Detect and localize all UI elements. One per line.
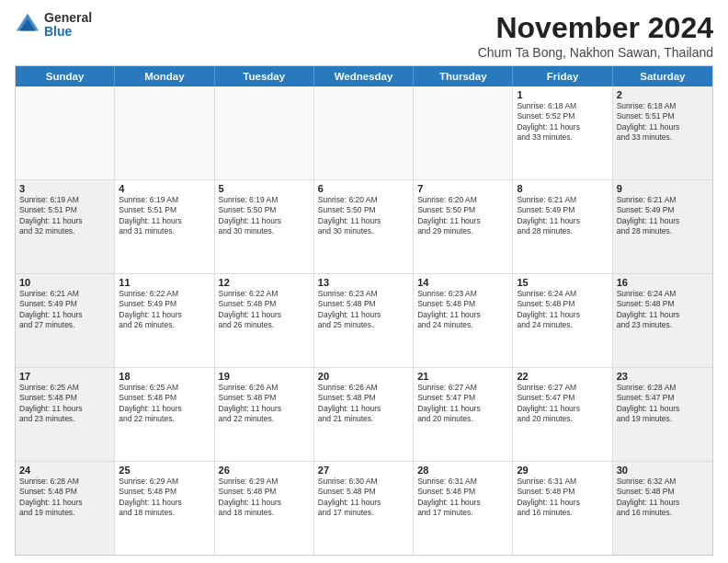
logo-general-label: General [44,11,92,25]
logo-blue-label: Blue [44,25,92,39]
day-number-10: 10 [19,277,110,288]
day-cell-28: 28Sunrise: 6:31 AMSunset: 5:48 PMDayligh… [414,462,513,555]
day-cell-20: 20Sunrise: 6:26 AMSunset: 5:48 PMDayligh… [314,368,414,461]
day-cell-23: 23Sunrise: 6:28 AMSunset: 5:47 PMDayligh… [613,368,712,461]
day-number-3: 3 [19,183,110,194]
day-cell-19: 19Sunrise: 6:26 AMSunset: 5:48 PMDayligh… [215,368,314,461]
logo-icon [15,12,40,38]
day-number-15: 15 [517,277,608,288]
day-info-11: Sunrise: 6:22 AMSunset: 5:49 PMDaylight:… [119,289,210,331]
empty-cell-0-4 [414,86,513,179]
day-number-29: 29 [517,465,608,476]
calendar-row-4: 24Sunrise: 6:28 AMSunset: 5:48 PMDayligh… [16,462,712,555]
day-number-18: 18 [119,371,210,382]
header-day-sunday: Sunday [16,66,115,86]
day-info-29: Sunrise: 6:31 AMSunset: 5:48 PMDaylight:… [517,477,608,519]
day-cell-30: 30Sunrise: 6:32 AMSunset: 5:48 PMDayligh… [613,462,712,555]
day-cell-2: 2Sunrise: 6:18 AMSunset: 5:51 PMDaylight… [613,86,712,179]
day-cell-10: 10Sunrise: 6:21 AMSunset: 5:49 PMDayligh… [16,274,115,367]
day-info-17: Sunrise: 6:25 AMSunset: 5:48 PMDaylight:… [19,383,110,425]
day-number-25: 25 [119,465,210,476]
day-cell-27: 27Sunrise: 6:30 AMSunset: 5:48 PMDayligh… [314,462,414,555]
logo: General Blue [15,11,92,40]
day-cell-22: 22Sunrise: 6:27 AMSunset: 5:47 PMDayligh… [513,368,612,461]
header-day-wednesday: Wednesday [314,66,414,86]
day-cell-3: 3Sunrise: 6:19 AMSunset: 5:51 PMDaylight… [16,180,115,273]
day-info-9: Sunrise: 6:21 AMSunset: 5:49 PMDaylight:… [617,195,709,237]
day-number-9: 9 [617,183,709,194]
title-section: November 2024 Chum Ta Bong, Nakhon Sawan… [478,11,713,60]
day-info-6: Sunrise: 6:20 AMSunset: 5:50 PMDaylight:… [318,195,409,237]
day-number-22: 22 [517,371,608,382]
day-number-11: 11 [119,277,210,288]
day-number-8: 8 [517,183,608,194]
day-number-6: 6 [318,183,409,194]
calendar-body: 1Sunrise: 6:18 AMSunset: 5:52 PMDaylight… [16,86,712,555]
day-info-14: Sunrise: 6:23 AMSunset: 5:48 PMDaylight:… [417,289,508,331]
day-info-10: Sunrise: 6:21 AMSunset: 5:49 PMDaylight:… [19,289,110,331]
day-cell-18: 18Sunrise: 6:25 AMSunset: 5:48 PMDayligh… [115,368,214,461]
day-number-14: 14 [417,277,508,288]
day-cell-16: 16Sunrise: 6:24 AMSunset: 5:48 PMDayligh… [613,274,712,367]
day-info-3: Sunrise: 6:19 AMSunset: 5:51 PMDaylight:… [19,195,110,237]
empty-cell-0-0 [16,86,115,179]
day-number-28: 28 [417,465,508,476]
day-info-20: Sunrise: 6:26 AMSunset: 5:48 PMDaylight:… [318,383,409,425]
header-day-monday: Monday [115,66,214,86]
header-day-saturday: Saturday [613,66,712,86]
calendar-header: SundayMondayTuesdayWednesdayThursdayFrid… [16,66,712,86]
day-cell-8: 8Sunrise: 6:21 AMSunset: 5:49 PMDaylight… [513,180,612,273]
day-number-1: 1 [517,89,608,100]
day-cell-13: 13Sunrise: 6:23 AMSunset: 5:48 PMDayligh… [314,274,414,367]
calendar-row-3: 17Sunrise: 6:25 AMSunset: 5:48 PMDayligh… [16,368,712,462]
day-info-15: Sunrise: 6:24 AMSunset: 5:48 PMDaylight:… [517,289,608,331]
day-cell-5: 5Sunrise: 6:19 AMSunset: 5:50 PMDaylight… [215,180,314,273]
empty-cell-0-1 [115,86,214,179]
day-info-28: Sunrise: 6:31 AMSunset: 5:48 PMDaylight:… [417,477,508,519]
day-info-18: Sunrise: 6:25 AMSunset: 5:48 PMDaylight:… [119,383,210,425]
day-number-30: 30 [617,465,709,476]
day-number-23: 23 [617,371,709,382]
day-info-1: Sunrise: 6:18 AMSunset: 5:52 PMDaylight:… [517,101,608,144]
day-number-26: 26 [219,465,310,476]
day-info-5: Sunrise: 6:19 AMSunset: 5:50 PMDaylight:… [219,195,310,237]
day-cell-9: 9Sunrise: 6:21 AMSunset: 5:49 PMDaylight… [613,180,712,273]
day-cell-25: 25Sunrise: 6:29 AMSunset: 5:48 PMDayligh… [115,462,214,555]
day-info-27: Sunrise: 6:30 AMSunset: 5:48 PMDaylight:… [318,477,409,519]
day-info-16: Sunrise: 6:24 AMSunset: 5:48 PMDaylight:… [617,289,709,331]
location-subtitle: Chum Ta Bong, Nakhon Sawan, Thailand [478,45,713,60]
day-info-25: Sunrise: 6:29 AMSunset: 5:48 PMDaylight:… [119,477,210,519]
day-number-21: 21 [417,371,508,382]
day-number-20: 20 [318,371,409,382]
day-cell-29: 29Sunrise: 6:31 AMSunset: 5:48 PMDayligh… [513,462,612,555]
day-number-7: 7 [417,183,508,194]
day-cell-21: 21Sunrise: 6:27 AMSunset: 5:47 PMDayligh… [414,368,513,461]
day-number-16: 16 [617,277,709,288]
empty-cell-0-2 [215,86,314,179]
day-number-13: 13 [318,277,409,288]
header-day-thursday: Thursday [414,66,513,86]
day-number-5: 5 [219,183,310,194]
day-info-22: Sunrise: 6:27 AMSunset: 5:47 PMDaylight:… [517,383,608,425]
day-info-13: Sunrise: 6:23 AMSunset: 5:48 PMDaylight:… [318,289,409,331]
page: General Blue November 2024 Chum Ta Bong,… [0,0,728,563]
day-cell-4: 4Sunrise: 6:19 AMSunset: 5:51 PMDaylight… [115,180,214,273]
day-info-4: Sunrise: 6:19 AMSunset: 5:51 PMDaylight:… [119,195,210,237]
day-info-19: Sunrise: 6:26 AMSunset: 5:48 PMDaylight:… [219,383,310,425]
calendar-row-2: 10Sunrise: 6:21 AMSunset: 5:49 PMDayligh… [16,274,712,368]
calendar: SundayMondayTuesdayWednesdayThursdayFrid… [15,65,713,556]
day-number-2: 2 [617,89,709,100]
day-cell-26: 26Sunrise: 6:29 AMSunset: 5:48 PMDayligh… [215,462,314,555]
day-info-30: Sunrise: 6:32 AMSunset: 5:48 PMDaylight:… [617,477,709,519]
header-day-tuesday: Tuesday [215,66,314,86]
day-cell-7: 7Sunrise: 6:20 AMSunset: 5:50 PMDaylight… [414,180,513,273]
day-cell-15: 15Sunrise: 6:24 AMSunset: 5:48 PMDayligh… [513,274,612,367]
day-info-8: Sunrise: 6:21 AMSunset: 5:49 PMDaylight:… [517,195,608,237]
day-cell-11: 11Sunrise: 6:22 AMSunset: 5:49 PMDayligh… [115,274,214,367]
day-info-7: Sunrise: 6:20 AMSunset: 5:50 PMDaylight:… [417,195,508,237]
day-info-23: Sunrise: 6:28 AMSunset: 5:47 PMDaylight:… [617,383,709,425]
day-cell-1: 1Sunrise: 6:18 AMSunset: 5:52 PMDaylight… [513,86,612,179]
day-cell-17: 17Sunrise: 6:25 AMSunset: 5:48 PMDayligh… [16,368,115,461]
day-info-2: Sunrise: 6:18 AMSunset: 5:51 PMDaylight:… [617,101,709,144]
day-number-17: 17 [19,371,110,382]
